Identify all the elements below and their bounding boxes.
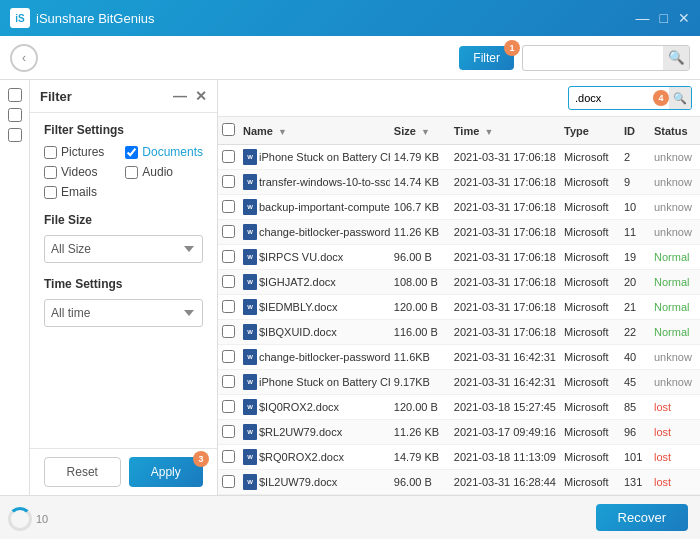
documents-label: Documents (142, 145, 203, 159)
row-size: 11.6KB (390, 345, 450, 370)
filter-audio[interactable]: Audio (125, 165, 203, 179)
row-size: 120.00 B (390, 295, 450, 320)
pictures-checkbox[interactable] (44, 146, 57, 159)
table-row[interactable]: W $IBQXUID.docx 116.00 B 2021-03-31 17:0… (218, 320, 700, 345)
file-search-input[interactable] (569, 92, 649, 104)
row-name: W iPhone Stuck on Battery Charging Logo.… (239, 145, 390, 170)
file-search-button[interactable]: 🔍 (669, 86, 691, 110)
row-checkbox[interactable] (222, 475, 235, 488)
col-status[interactable]: Status (650, 117, 700, 145)
row-checkbox[interactable] (222, 275, 235, 288)
docx-icon: W (243, 424, 257, 440)
row-name: W change-bitlocker-password.docx (239, 220, 390, 245)
row-checkbox[interactable] (222, 375, 235, 388)
row-status: unknow (650, 145, 700, 170)
row-checkbox[interactable] (222, 150, 235, 163)
table-row[interactable]: W $IEDMBLY.docx 120.00 B 2021-03-31 17:0… (218, 295, 700, 320)
videos-checkbox[interactable] (44, 166, 57, 179)
row-checkbox[interactable] (222, 350, 235, 363)
close-button[interactable]: ✕ (678, 10, 690, 26)
table-row[interactable]: W $RQ0ROX2.docx 14.79 KB 2021-03-18 11:1… (218, 445, 700, 470)
sidebar-checkbox-1[interactable] (8, 88, 22, 102)
filter-close-icon[interactable]: ✕ (195, 88, 207, 104)
emails-checkbox[interactable] (44, 186, 57, 199)
col-type[interactable]: Type (560, 117, 620, 145)
back-button[interactable]: ‹ (10, 44, 38, 72)
row-time: 2021-03-31 17:06:18 (450, 145, 560, 170)
row-checkbox[interactable] (222, 300, 235, 313)
time-settings-section: Time Settings All time Today Last Week L… (44, 277, 203, 327)
sidebar-checkbox-2[interactable] (8, 108, 22, 122)
audio-checkbox[interactable] (125, 166, 138, 179)
row-time: 2021-03-18 11:13:09 (450, 445, 560, 470)
row-checkbox[interactable] (222, 250, 235, 263)
filter-documents[interactable]: Documents (125, 145, 203, 159)
sidebar-checkbox-3[interactable] (8, 128, 22, 142)
col-name[interactable]: Name ▼ (239, 117, 390, 145)
table-row[interactable]: W $RL2UW79.docx 11.26 KB 2021-03-17 09:4… (218, 420, 700, 445)
row-time: 2021-03-31 16:28:44 (450, 470, 560, 495)
time-dropdown[interactable]: All time Today Last Week Last Month Last… (44, 299, 203, 327)
row-id: 85 (620, 395, 650, 420)
filter-videos[interactable]: Videos (44, 165, 121, 179)
row-type: Microsoft (560, 270, 620, 295)
table-row[interactable]: W transfer-windows-10-to-ssd-from-hdd...… (218, 170, 700, 195)
col-id[interactable]: ID (620, 117, 650, 145)
row-checkbox[interactable] (222, 200, 235, 213)
table-row[interactable]: W iPhone Stuck on Battery Charging Logo.… (218, 145, 700, 170)
table-row[interactable]: W $IRPCS VU.docx 96.00 B 2021-03-31 17:0… (218, 245, 700, 270)
table-row[interactable]: W iPhone Stuck on Battery Charging... 9.… (218, 370, 700, 395)
row-checkbox[interactable] (222, 325, 235, 338)
minimize-button[interactable]: — (636, 10, 650, 26)
row-status: lost (650, 395, 700, 420)
reset-button[interactable]: Reset (44, 457, 121, 487)
row-checkbox-cell (218, 220, 239, 245)
filter-panel-body: Filter Settings Pictures Documents Vi (30, 113, 217, 448)
filter-pictures[interactable]: Pictures (44, 145, 121, 159)
row-checkbox[interactable] (222, 450, 235, 463)
file-size-title: File Size (44, 213, 203, 227)
table-row[interactable]: W backup-important-computer-files.docx 1… (218, 195, 700, 220)
table-row[interactable]: W $IL2UW79.docx 96.00 B 2021-03-31 16:28… (218, 470, 700, 495)
row-name: W $IGHJAT2.docx (239, 270, 390, 295)
row-id: 131 (620, 470, 650, 495)
row-size: 14.79 KB (390, 145, 450, 170)
table-row[interactable]: W $IQ0ROX2.docx 120.00 B 2021-03-18 15:2… (218, 395, 700, 420)
row-checkbox[interactable] (222, 175, 235, 188)
file-search-wrap: 4 🔍 (568, 86, 692, 110)
filter-button[interactable]: Filter 1 (459, 46, 514, 70)
filter-emails[interactable]: Emails (44, 185, 121, 199)
row-name: W $IQ0ROX2.docx (239, 395, 390, 420)
docx-icon: W (243, 299, 257, 315)
row-status: Normal (650, 270, 700, 295)
select-all-checkbox[interactable] (222, 123, 235, 136)
row-checkbox[interactable] (222, 225, 235, 238)
file-size-section: File Size All Size < 1 KB 1 KB – 10 KB 1… (44, 213, 203, 263)
row-name: W change-bitlocker-password.docx (239, 345, 390, 370)
row-checkbox[interactable] (222, 400, 235, 413)
toolbar-search-button[interactable]: 🔍 (663, 45, 689, 71)
pictures-label: Pictures (61, 145, 104, 159)
row-type: Microsoft (560, 470, 620, 495)
filter-minimize-icon[interactable]: — (173, 88, 187, 104)
row-checkbox[interactable] (222, 425, 235, 438)
col-size[interactable]: Size ▼ (390, 117, 450, 145)
row-status: Normal (650, 245, 700, 270)
table-row[interactable]: W $IGHJAT2.docx 108.00 B 2021-03-31 17:0… (218, 270, 700, 295)
row-time: 2021-03-31 17:06:18 (450, 245, 560, 270)
table-row[interactable]: W change-bitlocker-password.docx 11.26 K… (218, 220, 700, 245)
maximize-button[interactable]: □ (660, 10, 668, 26)
content-area: Filter — ✕ Filter Settings Pictures (0, 80, 700, 495)
row-checkbox-cell (218, 195, 239, 220)
row-status: lost (650, 470, 700, 495)
table-row[interactable]: W change-bitlocker-password.docx 11.6KB … (218, 345, 700, 370)
documents-checkbox[interactable] (125, 146, 138, 159)
window-controls[interactable]: — □ ✕ (636, 10, 690, 26)
file-size-dropdown[interactable]: All Size < 1 KB 1 KB – 10 KB 10 KB – 100… (44, 235, 203, 263)
col-time[interactable]: Time ▼ (450, 117, 560, 145)
recover-button[interactable]: Recover (596, 504, 688, 531)
toolbar-search-input[interactable] (523, 51, 663, 65)
apply-button[interactable]: Apply 3 (129, 457, 204, 487)
row-type: Microsoft (560, 420, 620, 445)
row-id: 11 (620, 220, 650, 245)
